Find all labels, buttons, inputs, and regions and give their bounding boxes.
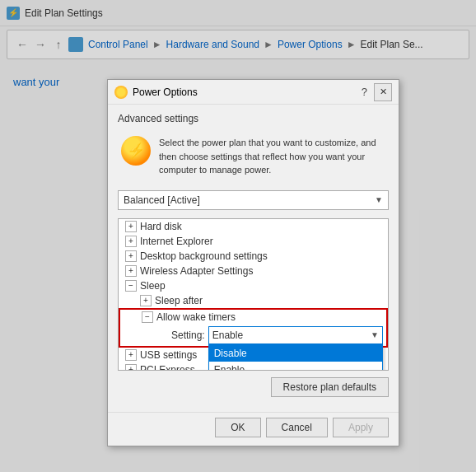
- option-disable[interactable]: Disable: [209, 345, 382, 362]
- setting-label: Setting:: [171, 329, 205, 341]
- tree-label-ie: Internet Explorer: [140, 236, 213, 247]
- expand-wake-timers[interactable]: −: [142, 311, 153, 323]
- tree-item-sleep[interactable]: − Sleep: [122, 278, 388, 293]
- expand-usb[interactable]: +: [125, 349, 137, 361]
- tree-item-sleep-after[interactable]: + Sleep after: [137, 293, 388, 308]
- setting-row: Setting: Enable ▼ Disable Enable Importa…: [168, 325, 386, 346]
- dialog-title-text: Power Options: [133, 86, 198, 98]
- setting-value-dropdown[interactable]: Enable ▼: [208, 326, 383, 344]
- info-text: Select the power plan that you want to c…: [159, 136, 385, 177]
- tree-label-wake-timers: Allow wake timers: [156, 311, 236, 323]
- tree-label-desktop-bg: Desktop background settings: [140, 250, 268, 262]
- allow-wake-timers-section: − Allow wake timers Setting: Enable ▼ Di…: [119, 308, 388, 348]
- power-options-icon: [114, 86, 128, 99]
- tree-item-harddisk[interactable]: + Hard disk: [122, 219, 388, 234]
- dropdown-arrow-icon: ▼: [375, 195, 383, 204]
- restore-defaults-button[interactable]: Restore plan defaults: [271, 377, 389, 397]
- expand-ie[interactable]: +: [125, 236, 137, 247]
- expand-sleep[interactable]: −: [125, 280, 137, 292]
- apply-button[interactable]: Apply: [333, 418, 389, 437]
- tree-label-sleep-after: Sleep after: [155, 295, 203, 306]
- tree-label-usb: USB settings: [140, 349, 197, 361]
- expand-pci[interactable]: +: [125, 364, 137, 371]
- dialog-body: Advanced settings ⚡ Select the power pla…: [108, 105, 399, 412]
- setting-dropdown-arrow: ▼: [371, 330, 379, 339]
- setting-dropdown-list: Disable Enable Important Wake Timers Onl…: [208, 344, 383, 371]
- tree-label-sleep: Sleep: [140, 280, 166, 292]
- tree-item-wireless[interactable]: + Wireless Adapter Settings: [122, 264, 388, 278]
- expand-harddisk[interactable]: +: [125, 221, 137, 232]
- advanced-settings-label: Advanced settings: [118, 113, 389, 124]
- tree-item-ie[interactable]: + Internet Explorer: [122, 234, 388, 249]
- dialog-title-left: Power Options: [114, 86, 198, 99]
- help-button[interactable]: ?: [362, 86, 367, 98]
- power-options-dialog: Power Options ? ✕ Advanced settings ⚡ Se…: [107, 79, 399, 446]
- restore-section: Restore plan defaults: [118, 377, 389, 397]
- tree-label-pci: PCI Express: [140, 364, 195, 371]
- setting-value-container: Enable ▼ Disable Enable Important Wake T…: [208, 326, 383, 344]
- expand-wireless[interactable]: +: [125, 265, 137, 277]
- ok-button[interactable]: OK: [215, 418, 260, 437]
- expand-desktop-bg[interactable]: +: [125, 250, 137, 262]
- power-info-icon: ⚡: [121, 136, 151, 166]
- dialog-controls: ? ✕: [362, 83, 392, 101]
- dialog-footer: OK Cancel Apply: [108, 412, 399, 446]
- tree-label-harddisk: Hard disk: [140, 221, 182, 232]
- tree-item-wake-timers[interactable]: − Allow wake timers: [138, 310, 386, 325]
- close-button[interactable]: ✕: [374, 83, 392, 101]
- plan-dropdown[interactable]: Balanced [Active] ▼: [118, 190, 389, 210]
- dialog-titlebar: Power Options ? ✕: [108, 80, 399, 105]
- plan-dropdown-value: Balanced [Active]: [124, 194, 200, 206]
- setting-current-value: Enable: [212, 329, 243, 341]
- tree-label-wireless: Wireless Adapter Settings: [140, 265, 253, 277]
- option-enable[interactable]: Enable: [209, 362, 382, 371]
- expand-sleep-after[interactable]: +: [140, 295, 152, 306]
- cancel-button[interactable]: Cancel: [266, 418, 328, 437]
- tree-view[interactable]: + Hard disk + Internet Explorer + Deskto…: [118, 218, 389, 371]
- tree-item-desktop-bg[interactable]: + Desktop background settings: [122, 249, 388, 264]
- info-section: ⚡ Select the power plan that you want to…: [118, 133, 389, 180]
